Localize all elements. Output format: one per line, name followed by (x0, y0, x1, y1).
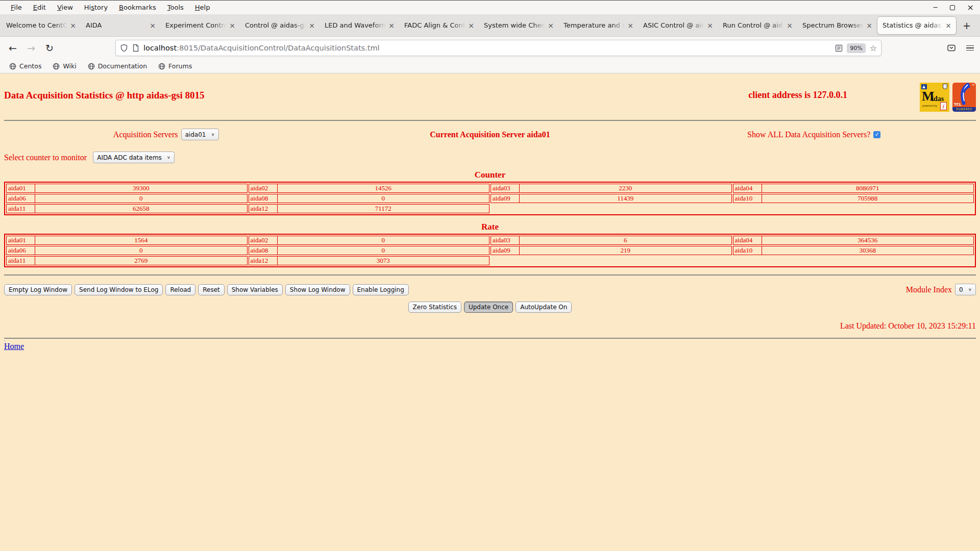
log-button[interactable]: Show Log Window (285, 284, 350, 295)
stat-cell: aida060 (6, 194, 248, 203)
minimize-button[interactable]: ─ (934, 4, 938, 11)
page-info-icon[interactable] (132, 44, 139, 52)
browser-tab[interactable]: LED and Waveform × (320, 16, 399, 35)
page-header: Data Acquisition Statistics @ http aidas… (4, 83, 976, 112)
browser-tab[interactable]: AIDA × (81, 16, 160, 35)
stat-channel-name: aida02 (249, 236, 277, 245)
menu-hamburger-icon[interactable] (966, 45, 974, 51)
rate-heading: Rate (4, 222, 976, 232)
tab-title: System wide Check (484, 21, 546, 29)
stat-value: 0 (35, 194, 248, 203)
url-bar[interactable]: localhost:8015/DataAcquisitionControl/Da… (115, 40, 881, 56)
menu-item[interactable]: View (52, 2, 79, 13)
tab-close-icon[interactable]: × (387, 21, 396, 30)
stat-pair-table: aida036 (491, 236, 732, 245)
bookmark-item[interactable]: Documentation (84, 61, 151, 71)
reader-mode-icon[interactable] (835, 44, 843, 52)
stat-channel-name: aida04 (733, 184, 762, 193)
maximize-button[interactable] (950, 5, 955, 10)
stat-pair-table: aida080 (249, 194, 490, 203)
browser-tab[interactable]: Temperature and s × (558, 16, 638, 35)
menu-item[interactable]: Edit (28, 2, 52, 13)
stat-value: 62658 (35, 205, 248, 213)
stat-channel-name: aida11 (7, 257, 35, 265)
show-all-servers-checkbox[interactable]: ✓ (873, 131, 880, 138)
stat-value: 0 (35, 246, 248, 255)
log-button[interactable]: Enable Logging (353, 284, 409, 295)
chevron-down-icon: ∨ (167, 155, 170, 160)
stat-cell: aida0139300 (6, 184, 248, 193)
navigation-bar: ← → ↻ localhost:8015/DataAcquisitionCont… (0, 37, 980, 59)
stat-cell: aida0214526 (249, 184, 490, 193)
log-button[interactable]: Empty Log Window (4, 284, 72, 295)
stat-cell: aida1030368 (733, 246, 974, 255)
url-text[interactable]: localhost:8015/DataAcquisitionControl/Da… (143, 44, 831, 52)
menu-item[interactable]: Help (189, 2, 216, 13)
stat-channel-name: aida06 (7, 246, 35, 255)
menu-item[interactable]: Tools (162, 2, 189, 13)
browser-tab[interactable]: Statistics @ aidas- × (877, 16, 957, 35)
tab-close-icon[interactable]: × (865, 21, 874, 30)
acquisition-servers-label: Acquisition Servers (113, 130, 178, 139)
browser-tab[interactable]: System wide Check × (479, 16, 558, 35)
last-updated-text: Last Updated: October 10, 2023 15:29:11 (4, 321, 976, 331)
stat-value: 0 (277, 236, 489, 245)
action-button[interactable]: Update Once (464, 302, 513, 313)
browser-tab[interactable]: Experiment Control × (160, 16, 240, 35)
bookmark-item[interactable]: Centos (5, 61, 45, 71)
stat-channel-name: aida08 (249, 246, 277, 255)
close-button[interactable]: × (967, 4, 974, 12)
shield-icon[interactable] (120, 44, 128, 52)
tab-close-icon[interactable]: × (785, 21, 794, 30)
tab-title: Welcome to CentOS (6, 21, 68, 29)
tab-close-icon[interactable]: × (148, 21, 157, 30)
tab-close-icon[interactable]: × (68, 21, 78, 30)
log-button[interactable]: Reset (198, 284, 225, 295)
browser-tab[interactable]: Control @ aidas-gs × (240, 16, 320, 35)
new-tab-button[interactable]: + (957, 19, 977, 32)
tab-close-icon[interactable]: × (546, 21, 555, 30)
log-button[interactable]: Send Log Window to ELog (75, 284, 163, 295)
counter-monitor-select[interactable]: AIDA ADC data items∨ (93, 152, 175, 163)
browser-tab[interactable]: Spectrum Browser × (797, 16, 877, 35)
bookmark-item[interactable]: Wiki (48, 61, 80, 71)
tab-close-icon[interactable]: × (944, 21, 953, 30)
log-button[interactable]: Show Variables (227, 284, 283, 295)
back-icon[interactable]: ← (6, 42, 19, 54)
browser-tab[interactable]: Run Control @ aida × (718, 16, 797, 35)
menu-bar: File Edit View History Bookmarks Tools H… (0, 1, 980, 14)
tab-title: LED and Waveform (325, 21, 387, 29)
browser-tab[interactable]: Welcome to CentOS × (1, 16, 81, 35)
bookmark-star-icon[interactable]: ☆ (870, 43, 877, 53)
browser-tab[interactable]: ASIC Control @ aid × (638, 16, 718, 35)
toolbar-right-icons (947, 44, 974, 52)
stat-pair-table: aida060 (6, 194, 248, 203)
stat-value: 2230 (520, 184, 732, 193)
tab-close-icon[interactable]: × (307, 21, 316, 30)
log-button[interactable]: Reload (165, 284, 195, 295)
acquisition-server-select[interactable]: aida01∨ (181, 129, 219, 140)
menu-item[interactable]: File (5, 2, 28, 13)
menu-item[interactable]: History (79, 2, 113, 13)
globe-icon (158, 63, 165, 70)
stat-channel-name: aida11 (7, 205, 35, 213)
tab-close-icon[interactable]: × (467, 21, 476, 30)
action-button[interactable]: Zero Statistics (408, 302, 461, 313)
divider (4, 120, 976, 121)
browser-tab[interactable]: FADC Align & Cont × (399, 16, 479, 35)
reload-icon[interactable]: ↻ (43, 42, 56, 54)
menu-item[interactable]: Bookmarks (113, 2, 162, 13)
module-index-select[interactable]: 0∨ (955, 284, 976, 295)
bookmarks-bar: Centos Wiki Documentation (0, 59, 980, 73)
zoom-level-badge[interactable]: 90% (847, 43, 865, 53)
pocket-icon[interactable] (947, 44, 956, 52)
page-content: Data Acquisition Statistics @ http aidas… (0, 73, 980, 551)
bookmark-item[interactable]: Forums (154, 61, 196, 71)
log-button-row: Empty Log WindowSend Log Window to ELogR… (4, 284, 976, 295)
tab-close-icon[interactable]: × (705, 21, 715, 30)
stat-cell: aida1162658 (6, 204, 248, 213)
home-link[interactable]: Home (4, 342, 24, 351)
tab-close-icon[interactable]: × (228, 21, 237, 30)
action-button[interactable]: AutoUpdate On (516, 302, 572, 313)
tab-close-icon[interactable]: × (626, 21, 635, 30)
